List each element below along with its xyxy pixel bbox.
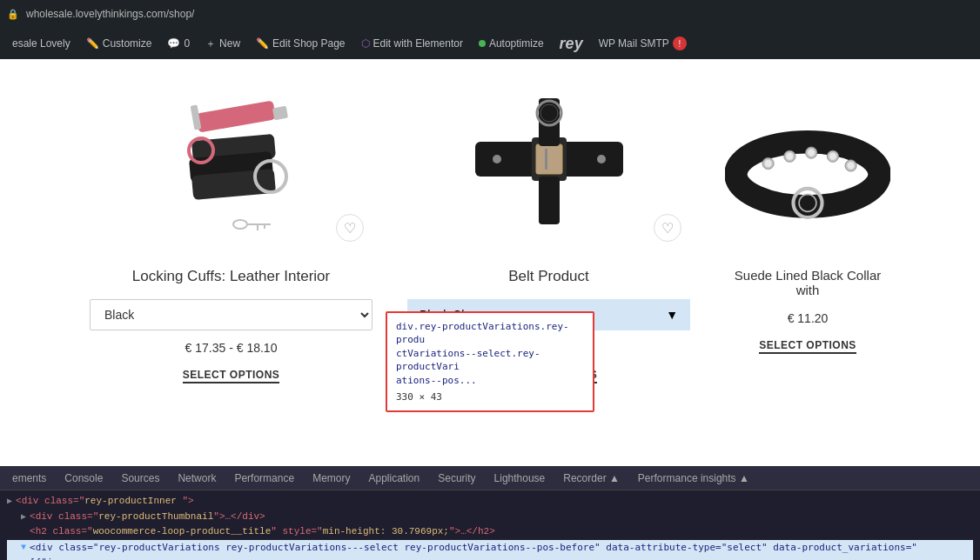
tooltip-size: 330 × 43: [396, 390, 584, 403]
perf-insights-tab-label: Performance insights ▲: [638, 472, 749, 484]
select-options-btn-cuffs[interactable]: SELECT OPTIONS: [183, 369, 280, 383]
selector-tooltip: div.rey-productVariations.rey-productVar…: [386, 311, 594, 412]
sources-tab-label: Sources: [121, 472, 159, 484]
toolbar-new[interactable]: ＋ New: [198, 28, 247, 59]
new-label: New: [219, 37, 240, 50]
comment-icon: 💬: [167, 37, 180, 50]
lighthouse-tab-label: Lighthouse: [494, 472, 546, 484]
devtools-line-1: ▶ <div class="rey-productInner ">: [7, 494, 973, 510]
elementor-icon: ⬡: [361, 37, 370, 50]
product-card-cuffs: ♡ Locking Cuffs: Leather Interior Black …: [72, 77, 390, 383]
recorder-tab-label: Recorder ▲: [563, 472, 620, 484]
svg-point-24: [764, 160, 771, 167]
devtools-tab-elements[interactable]: ements: [3, 466, 56, 490]
svg-point-6: [233, 220, 247, 229]
product-title-cuffs: Locking Cuffs: Leather Interior: [132, 268, 330, 285]
devtools-tabs: ements Console Sources Network Performan…: [0, 466, 980, 490]
svg-rect-15: [545, 149, 547, 170]
elements-tab-label: ements: [12, 472, 46, 484]
product-title-collar: Suede Lined Black Collar with: [725, 268, 890, 297]
autoptimize-dot-icon: [479, 40, 486, 47]
devtools-tab-application[interactable]: Application: [359, 466, 429, 490]
devtools-content: ▶ <div class="rey-productInner "> ▶ <div…: [0, 490, 980, 560]
svg-rect-14: [536, 144, 562, 174]
toolbar-comments[interactable]: 💬 0: [160, 28, 197, 59]
arrow-4: ▼: [21, 541, 26, 555]
select-options-btn-collar[interactable]: SELECT OPTIONS: [759, 339, 856, 354]
product-card-belt: ♡ div.rey-productVariations.rey-productV…: [390, 77, 708, 383]
elementor-label: Edit with Elementor: [373, 37, 463, 50]
devtools-panel: ements Console Sources Network Performan…: [0, 466, 980, 560]
edit-icon: ✏️: [256, 37, 269, 50]
svg-point-21: [597, 155, 606, 163]
svg-point-32: [847, 162, 854, 169]
toolbar-lovely[interactable]: esale Lovely: [5, 28, 77, 59]
svg-point-26: [786, 153, 793, 160]
devtools-tab-performance[interactable]: Performance: [225, 466, 304, 490]
svg-rect-10: [272, 106, 287, 121]
code-3: <h2 class="woocommerce-loop-product__tit…: [30, 524, 495, 540]
devtools-tab-security[interactable]: Security: [429, 466, 485, 490]
toolbar-edit-shop[interactable]: ✏️ Edit Shop Page: [249, 28, 352, 59]
edit-shop-label: Edit Shop Page: [272, 37, 345, 50]
devtools-tab-lighthouse[interactable]: Lighthouse: [486, 466, 555, 490]
code-highlighted: <div class="rey-productVariations rey-pr…: [30, 540, 973, 560]
code-1: <div class="rey-productInner ">: [16, 494, 194, 510]
devtools-tab-recorder[interactable]: Recorder ▲: [554, 466, 629, 490]
toolbar-wpmail[interactable]: WP Mail SMTP !: [592, 28, 694, 59]
network-tab-label: Network: [178, 472, 216, 484]
customize-label: Customize: [103, 37, 152, 50]
arrow-1: ▶: [7, 495, 12, 509]
performance-tab-label: Performance: [234, 472, 294, 484]
rey-label: rey: [560, 35, 583, 53]
tooltip-selector-text: div.rey-productVariations.rey-productVar…: [396, 320, 584, 387]
toolbar-autoptimize[interactable]: Autoptimize: [472, 28, 551, 59]
product-image-wrap-cuffs: ♡: [90, 77, 373, 250]
wpmail-label: WP Mail SMTP: [599, 37, 669, 50]
product-card-collar: Suede Lined Black Collar with € 11.20 SE…: [708, 77, 908, 354]
shop-area: ♡ Locking Cuffs: Leather Interior Black …: [0, 59, 980, 466]
svg-point-28: [808, 149, 815, 156]
product-price-collar: € 11.20: [788, 311, 829, 325]
wishlist-btn-belt[interactable]: ♡: [654, 214, 681, 242]
devtools-line-highlighted: ▼ <div class="rey-productVariations rey-…: [7, 540, 973, 560]
wishlist-btn-cuffs[interactable]: ♡: [336, 214, 364, 242]
product-price-cuffs: € 17.35 - € 18.10: [185, 341, 278, 355]
product-title-belt: Belt Product: [508, 268, 589, 285]
code-2: <div class="rey-productThumbnail">…</div…: [30, 510, 265, 525]
svg-rect-0: [195, 100, 275, 132]
pencil-icon: ✏️: [86, 37, 99, 50]
devtools-tab-perf-insights[interactable]: Performance insights ▲: [629, 466, 759, 490]
svg-point-20: [493, 155, 501, 163]
product-select-cuffs[interactable]: Black Red Pink: [90, 299, 373, 330]
cuffs-image: [144, 90, 319, 237]
plus-icon: ＋: [205, 37, 216, 51]
lovely-label: esale Lovely: [12, 37, 70, 50]
devtools-tab-memory[interactable]: Memory: [304, 466, 359, 490]
admin-bar: 🔒 wholesale.lovelythinkings.com/shop/: [0, 0, 980, 28]
application-tab-label: Application: [368, 472, 420, 484]
autoptimize-label: Autoptimize: [489, 37, 544, 50]
devtools-line-2: ▶ <div class="rey-productThumbnail">…</d…: [7, 510, 973, 525]
devtools-tab-sources[interactable]: Sources: [112, 466, 169, 490]
svg-rect-17: [539, 177, 560, 224]
wpmail-badge: !: [673, 37, 687, 50]
collar-image: [725, 90, 890, 237]
toolbar-rey[interactable]: rey: [553, 28, 590, 59]
svg-point-30: [829, 153, 836, 160]
devtools-tab-network[interactable]: Network: [169, 466, 225, 490]
product-image-wrap-belt: ♡: [407, 77, 690, 250]
devtools-tab-console[interactable]: Console: [56, 466, 112, 490]
memory-tab-label: Memory: [312, 472, 350, 484]
comments-count: 0: [184, 37, 190, 50]
security-tab-label: Security: [438, 472, 475, 484]
wp-toolbar: esale Lovely ✏️ Customize 💬 0 ＋ New ✏️ E…: [0, 28, 980, 59]
belt-image: [462, 94, 636, 233]
lock-icon: 🔒: [7, 9, 19, 20]
arrow-2: ▶: [21, 510, 26, 524]
product-image-wrap-collar: [725, 77, 890, 250]
toolbar-customize[interactable]: ✏️ Customize: [79, 28, 159, 59]
console-tab-label: Console: [64, 472, 103, 484]
url-display: wholesale.lovelythinkings.com/shop/: [26, 8, 194, 20]
toolbar-elementor[interactable]: ⬡ Edit with Elementor: [354, 28, 470, 59]
